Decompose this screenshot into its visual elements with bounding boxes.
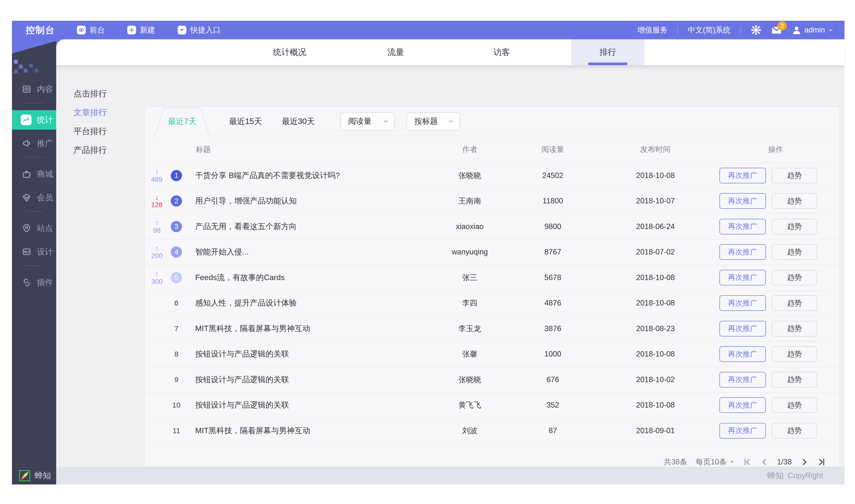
topbar-menu-item-新建[interactable]: 新建 <box>127 25 155 35</box>
tab-统计概况[interactable]: 统计概况 <box>253 39 326 65</box>
prev-page-icon[interactable] <box>760 457 769 466</box>
promote-again-button[interactable]: 再次推广 <box>719 168 766 183</box>
tab-访客[interactable]: 访客 <box>465 39 538 65</box>
promote-again-button[interactable]: 再次推广 <box>719 397 766 413</box>
promote-again-button[interactable]: 再次推广 <box>719 423 766 438</box>
topbar-menu-item-前台[interactable]: 前台 <box>77 25 105 35</box>
article-title-link[interactable]: 按钮设计与产品逻辑的关联 <box>189 374 433 385</box>
trend-button[interactable]: 趋势 <box>772 397 817 413</box>
admin-menu[interactable]: admin <box>792 25 834 35</box>
rank-cell: ↓1282 <box>145 194 189 209</box>
side-menu-item-文章排行[interactable]: 文章排行 <box>73 103 107 122</box>
filter-select-按标题[interactable]: 按标题 <box>407 112 460 130</box>
promote-again-button[interactable]: 再次推广 <box>719 321 766 337</box>
sidebar-item-插件[interactable]: 插件 <box>12 273 56 292</box>
side-menu-item-产品排行[interactable]: 产品排行 <box>73 141 107 160</box>
article-title-link[interactable]: 智能开始入侵... <box>189 247 433 257</box>
tab-流量[interactable]: 流量 <box>359 39 432 65</box>
promote-again-button[interactable]: 再次推广 <box>719 244 766 260</box>
publish-date-cell: 2018-10-08 <box>599 350 712 358</box>
promote-again-button[interactable]: 再次推广 <box>719 219 766 234</box>
trend-button[interactable]: 趋势 <box>772 270 817 286</box>
sidebar-brand: 蝉知 <box>34 470 51 481</box>
date-tab-active[interactable]: 最近7天 <box>154 107 211 136</box>
side-menu-item-平台排行[interactable]: 平台排行 <box>73 122 107 141</box>
gear-icon[interactable] <box>751 25 762 35</box>
side-menu-item-点击排行[interactable]: 点击排行 <box>73 84 107 103</box>
author-cell: wanyuqing <box>433 248 506 256</box>
column-header-标题: 标题 <box>189 144 433 155</box>
site-icon <box>22 223 32 233</box>
author-cell: 张晓晓 <box>433 170 506 181</box>
sidebar-item-推广[interactable]: 推广 <box>12 133 56 153</box>
promote-again-button[interactable]: 再次推广 <box>719 295 766 311</box>
trend-button[interactable]: 趋势 <box>772 321 817 337</box>
promote-again-button[interactable]: 再次推广 <box>719 372 766 388</box>
article-title-link[interactable]: 感知人性，提升产品设计体验 <box>189 298 433 308</box>
sidebar-item-内容[interactable]: 内容 <box>12 79 56 99</box>
trend-button[interactable]: 趋势 <box>772 372 817 388</box>
actions-cell: 再次推广趋势 <box>712 244 840 260</box>
ranking-card: 最近7天最近15天最近30天阅读量按标题 标题作者阅读量发布时间操作 ↑4891… <box>145 106 840 481</box>
trend-button[interactable]: 趋势 <box>772 244 817 260</box>
trend-button[interactable]: 趋势 <box>772 346 817 362</box>
trend-button[interactable]: 趋势 <box>772 219 817 234</box>
article-title-link[interactable]: 按钮设计与产品逻辑的关联 <box>189 349 433 359</box>
sidebar-item-设计[interactable]: 设计 <box>12 242 56 262</box>
filter-select-阅读量[interactable]: 阅读量 <box>340 112 395 130</box>
sidebar-item-站点[interactable]: 站点 <box>12 218 56 238</box>
stats-icon <box>21 114 32 125</box>
reads-cell: 8767 <box>506 248 599 256</box>
rank-badge: 3 <box>171 221 182 232</box>
trend-button[interactable]: 趋势 <box>772 423 817 438</box>
author-cell: 李玉龙 <box>433 324 506 334</box>
topbar-menu-item-快捷入口[interactable]: 快捷入口 <box>178 25 220 35</box>
first-page-icon[interactable] <box>743 457 752 466</box>
next-page-icon[interactable] <box>800 457 809 466</box>
value-added-link[interactable]: 增值服务 <box>637 25 667 35</box>
promote-again-button[interactable]: 再次推广 <box>719 270 766 286</box>
publish-date-cell: 2018-10-07 <box>599 197 712 205</box>
date-tab-最近30天[interactable]: 最近30天 <box>279 116 318 127</box>
date-tab-最近15天[interactable]: 最近15天 <box>226 116 265 127</box>
promote-again-button[interactable]: 再次推广 <box>719 346 766 362</box>
sidebar-item-会员[interactable]: 会员 <box>12 188 56 207</box>
article-title-link[interactable]: 干货分享 B端产品真的不需要视觉设计吗? <box>189 170 433 181</box>
author-cell: 张馨 <box>433 349 506 359</box>
sidebar-item-label: 会员 <box>37 192 53 203</box>
rank-number: 11 <box>173 427 180 435</box>
trend-button[interactable]: 趋势 <box>772 295 817 311</box>
author-cell: 王南南 <box>433 196 506 206</box>
sidebar-item-统计[interactable]: 统计 <box>12 110 56 130</box>
topbar: 控制台 前台新建快捷入口 增值服务 中文(简)系统 <box>12 21 844 39</box>
article-title-link[interactable]: MIT黑科技，隔着屏幕与男神互动 <box>189 323 433 334</box>
article-title-link[interactable]: MIT黑科技，隔着屏幕与男神互动 <box>189 425 433 436</box>
rank-change: ↑489 <box>147 168 166 183</box>
rank-badge-slot: 11 <box>166 427 186 435</box>
tab-排行[interactable]: 排行 <box>571 39 644 65</box>
rank-cell: 11 <box>145 427 189 435</box>
rank-badge: 1 <box>171 170 182 181</box>
language-link[interactable]: 中文(简)系统 <box>688 25 731 35</box>
mail-icon[interactable]: 3 <box>771 25 782 35</box>
promote-again-button[interactable]: 再次推广 <box>719 193 766 209</box>
author-cell: 刘波 <box>433 426 506 436</box>
per-page-select[interactable]: 每页10条 <box>695 457 734 467</box>
author-cell: 张晓晓 <box>433 375 506 385</box>
article-title-link[interactable]: 产品无用，看看这五个新方向 <box>189 221 433 232</box>
sidebar-item-商城[interactable]: 商城 <box>12 164 56 184</box>
article-title-link[interactable]: 用户引导，增强产品功能认知 <box>189 196 433 206</box>
topbar-menu-label: 快捷入口 <box>190 25 220 35</box>
last-page-icon[interactable] <box>817 457 826 466</box>
article-title-link[interactable]: Feeds流，有故事的Cards <box>189 272 433 283</box>
article-title-link[interactable]: 按钮设计与产品逻辑的关联 <box>189 400 433 411</box>
rank-badge: 4 <box>171 246 182 258</box>
trend-button[interactable]: 趋势 <box>772 168 817 183</box>
topbar-menu-label: 前台 <box>90 25 105 35</box>
total-count: 共38条 <box>664 457 687 467</box>
pixel-decoration <box>24 69 28 73</box>
chanzhi-logo-icon <box>19 470 31 482</box>
trend-button[interactable]: 趋势 <box>772 193 817 209</box>
footer-brand: 蝉知 <box>767 470 784 481</box>
rank-badge-slot: 10 <box>166 401 186 409</box>
